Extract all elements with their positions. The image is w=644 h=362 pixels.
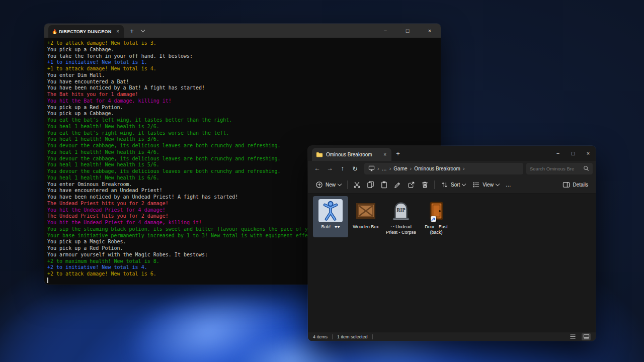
search-icon (583, 165, 589, 171)
details-view-toggle[interactable] (568, 333, 577, 340)
terminal-line: You pick up a Cabbage. (47, 47, 441, 53)
terminal-cursor (47, 278, 48, 283)
minimize-button[interactable]: − (374, 24, 396, 38)
terminal-line: You hit the Bat for 4 damage, killing it… (47, 98, 441, 105)
delete-button[interactable] (418, 177, 432, 192)
forward-button[interactable]: → (324, 162, 336, 175)
details-pane-button[interactable]: Details (559, 177, 592, 192)
close-button[interactable]: × (581, 146, 596, 161)
statusbar-divider (332, 334, 333, 339)
file-label: Door - East (back) (420, 224, 453, 235)
sort-button[interactable]: Sort (437, 177, 469, 192)
terminal-line: You have been noticed by a Bat! A fight … (47, 85, 441, 92)
back-button[interactable]: ← (311, 162, 324, 175)
terminal-line: You heal 1 health! New health is 2/6. (47, 124, 441, 130)
maximize-button[interactable]: □ (566, 146, 581, 161)
tab-close-icon[interactable]: × (115, 29, 120, 34)
refresh-button[interactable]: ↻ (349, 162, 361, 175)
file-item-bob[interactable]: Bob! - ♥♥ (313, 196, 348, 237)
new-button-label: New (326, 182, 336, 188)
terminal-line: You have encountered a Bat! (47, 79, 441, 85)
share-button[interactable] (405, 177, 418, 192)
file-item-door-east[interactable]: Door - East (back) (419, 196, 454, 237)
breadcrumb-separator: › (463, 165, 465, 171)
new-tab-button[interactable]: + (391, 147, 405, 160)
desktop[interactable]: 🔥 DIRECTORY DUNGEON 🔥 × + − □ × +2 to at… (0, 0, 644, 362)
terminal-line: You take the Torch in your off hand. It … (47, 53, 441, 60)
terminal-line: +1 to attack damage! New total is 4. (47, 66, 441, 72)
breadcrumb-item-current[interactable]: Ominous Breakroom (414, 166, 460, 171)
address-bar[interactable]: › … › Game › Ominous Breakroom › (364, 163, 523, 174)
explorer-window-controls: − □ × (550, 146, 596, 161)
folder-icon (316, 152, 323, 157)
view-icon (472, 181, 480, 189)
file-explorer-window: Ominous Breakroom × + − □ × ← → ↑ ↻ › … … (308, 146, 596, 341)
tombstone-icon: RIP (392, 202, 410, 220)
terminal-titlebar[interactable]: 🔥 DIRECTORY DUNGEON 🔥 × + − □ × (44, 24, 441, 38)
explorer-titlebar[interactable]: Ominous Breakroom × + − □ × (308, 146, 596, 161)
list-view-icon (570, 334, 576, 339)
search-input[interactable] (530, 166, 581, 171)
cut-button[interactable] (350, 177, 364, 192)
new-tab-button[interactable]: + (126, 27, 138, 35)
tab-close-icon[interactable]: × (382, 152, 387, 157)
toolbar-divider (347, 180, 348, 189)
share-icon (408, 181, 415, 189)
breadcrumb-item-game[interactable]: Game (393, 166, 407, 171)
terminal-window-controls: − □ × (374, 24, 441, 38)
rename-icon (394, 181, 401, 189)
explorer-navbar: ← → ↑ ↻ › … › Game › Ominous Breakroom › (308, 161, 596, 176)
explorer-tab[interactable]: Ominous Breakroom × (312, 148, 391, 161)
chevron-down-icon (462, 182, 466, 186)
terminal-tab-title: 🔥 DIRECTORY DUNGEON 🔥 (52, 29, 113, 34)
terminal-line: You heal 1 health! New health is 3/6. (47, 136, 441, 143)
more-options-button[interactable]: … (503, 182, 515, 188)
tab-dropdown-button[interactable] (138, 30, 148, 32)
breadcrumb-separator: › (377, 165, 379, 171)
thumbnail-view-toggle[interactable] (582, 333, 591, 340)
details-button-label: Details (573, 182, 588, 188)
trash-icon (421, 181, 429, 189)
minimize-button[interactable]: − (550, 146, 566, 161)
file-label: ⚰ Undead Priest - Corpse (384, 224, 418, 235)
file-item-undead-priest-corpse[interactable]: RIP ⚰ Undead Priest - Corpse (383, 196, 419, 237)
terminal-line: The Bat hits you for 1 damage! (47, 92, 441, 98)
maximize-button[interactable]: □ (396, 24, 419, 38)
rename-button[interactable] (391, 177, 405, 192)
bob-icon-tile (318, 199, 343, 222)
details-pane-icon (562, 181, 570, 189)
close-button[interactable]: × (419, 24, 441, 38)
copy-button[interactable] (364, 177, 377, 192)
file-item-wooden-box[interactable]: Wooden Box (348, 196, 383, 237)
file-label: Wooden Box (353, 224, 378, 230)
breadcrumb-ellipsis[interactable]: … (382, 166, 387, 171)
bob-file-icon (318, 199, 343, 223)
breadcrumb-separator: › (410, 165, 412, 171)
statusbar-divider (372, 334, 373, 339)
file-grid[interactable]: Bob! - ♥♥ Wooden Box RIP ⚰ Undead Priest… (308, 193, 596, 332)
copy-icon (367, 181, 374, 189)
breadcrumb-separator: › (389, 165, 391, 171)
terminal-tab[interactable]: 🔥 DIRECTORY DUNGEON 🔥 × (48, 25, 124, 38)
wooden-box-file-icon (356, 199, 375, 223)
paste-button[interactable] (377, 177, 391, 192)
sort-icon (441, 181, 448, 189)
file-label: Bob! - ♥♥ (321, 224, 340, 230)
terminal-line: You eat the bat's right wing, it tastes … (47, 130, 441, 137)
terminal-line: +2 to attack damage! New total is 3. (47, 40, 441, 47)
shortcut-arrow-icon (431, 216, 436, 222)
search-box[interactable] (526, 163, 593, 174)
person-icon (321, 200, 340, 221)
toolbar-divider (434, 180, 435, 189)
new-button[interactable]: New (312, 177, 345, 192)
up-button[interactable]: ↑ (336, 162, 349, 175)
svg-text:RIP: RIP (396, 207, 406, 212)
sort-button-label: Sort (451, 182, 460, 188)
view-button[interactable]: View (469, 177, 503, 192)
item-count: 4 items (313, 334, 328, 339)
terminal-line: You pick up a Cabbage. (47, 111, 441, 117)
plus-circle-icon (315, 181, 323, 189)
terminal-line: You enter Dim Hall. (47, 72, 441, 79)
scissors-icon (353, 181, 361, 189)
view-button-label: View (482, 182, 494, 188)
